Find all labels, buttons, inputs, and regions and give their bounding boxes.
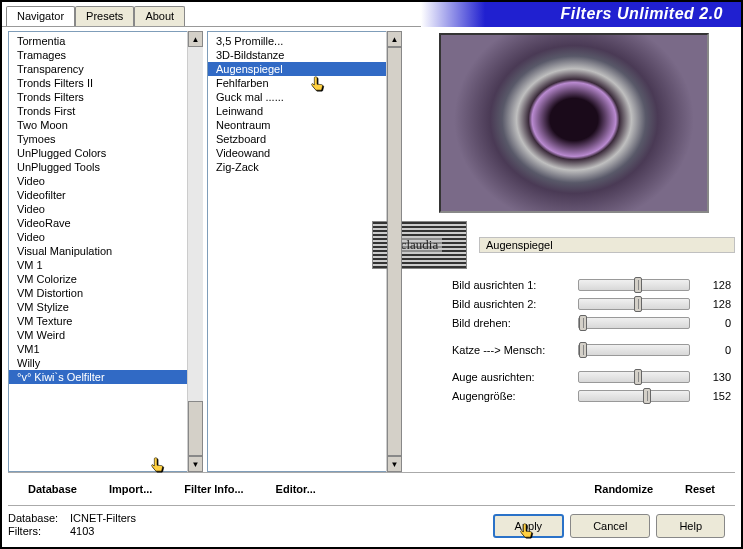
list-item[interactable]: 3D-Bildstanze [208,48,386,62]
list-item[interactable]: Tronds First [9,104,187,118]
param-slider[interactable] [578,371,690,383]
param-slider[interactable] [578,298,690,310]
scroll-thumb[interactable] [387,47,402,456]
database-label: Database: [8,512,70,524]
param-row: Bild ausrichten 2:128 [412,294,735,313]
reset-button[interactable]: Reset [669,479,731,499]
list-item[interactable]: Transparency [9,62,187,76]
randomize-button[interactable]: Randomize [578,479,669,499]
param-row: Augengröße:152 [412,386,735,405]
slider-thumb[interactable] [579,342,587,358]
list-item[interactable]: VM Colorize [9,272,187,286]
scroll-down-button[interactable]: ▼ [387,456,402,472]
list-item[interactable]: Leinwand [208,104,386,118]
help-button[interactable]: Help [656,514,725,538]
list-item[interactable]: °v° Kiwi`s Oelfilter [9,370,187,384]
list-item[interactable]: Tormentia [9,34,187,48]
scroll-track[interactable] [188,47,203,456]
tab-navigator[interactable]: Navigator [6,6,75,26]
editor-button[interactable]: Editor... [260,479,332,499]
param-label: Bild drehen: [452,317,572,329]
list-item[interactable]: VM Weird [9,328,187,342]
status-bar: Database:ICNET-Filters Filters:4103 Appl… [2,506,741,538]
param-value: 128 [696,298,731,310]
scroll-up-button[interactable]: ▲ [188,31,203,47]
tab-presets[interactable]: Presets [75,6,134,26]
list-item[interactable]: VM 1 [9,258,187,272]
list-item[interactable]: Tymoes [9,132,187,146]
scroll-track[interactable] [387,47,402,456]
list-item[interactable]: Video [9,174,187,188]
import-button[interactable]: Import... [93,479,168,499]
param-value: 0 [696,317,731,329]
param-value: 128 [696,279,731,291]
list-item[interactable]: Augenspiegel [208,62,386,76]
list-item[interactable]: Tronds Filters II [9,76,187,90]
slider-thumb[interactable] [634,296,642,312]
scroll-up-button[interactable]: ▲ [387,31,402,47]
list-item[interactable]: Tronds Filters [9,90,187,104]
main-area: TormentiaTramagesTransparencyTronds Filt… [2,27,741,472]
param-row: Katze ---> Mensch:0 [412,340,735,359]
list-item[interactable]: Setzboard [208,132,386,146]
list-item[interactable]: Tramages [9,48,187,62]
param-slider[interactable] [578,344,690,356]
app-title: Filters Unlimited 2.0 [421,2,741,27]
cancel-button[interactable]: Cancel [570,514,650,538]
slider-thumb[interactable] [579,315,587,331]
list-item[interactable]: Guck mal ...... [208,90,386,104]
list-item[interactable]: VM1 [9,342,187,356]
param-label: Bild ausrichten 1: [452,279,572,291]
parameter-group-3: Auge ausrichten:130Augengröße:152 [412,367,735,405]
filter-scrollbar[interactable]: ▲ ▼ [386,31,402,472]
param-value: 152 [696,390,731,402]
database-button[interactable]: Database [12,479,93,499]
apply-button[interactable]: Apply [493,514,565,538]
list-item[interactable]: Video [9,230,187,244]
list-item[interactable]: Videowand [208,146,386,160]
action-buttons: Apply Cancel Help [493,510,735,538]
list-item[interactable]: UnPlugged Colors [9,146,187,160]
filter-info-button[interactable]: Filter Info... [168,479,259,499]
category-list-container: TormentiaTramagesTransparencyTronds Filt… [8,31,203,472]
scroll-down-button[interactable]: ▼ [188,456,203,472]
list-item[interactable]: Visual Manipulation [9,244,187,258]
category-list[interactable]: TormentiaTramagesTransparencyTronds Filt… [8,31,187,472]
filter-list[interactable]: 3,5 Promille...3D-BildstanzeAugenspiegel… [207,31,386,472]
parameter-group-1: Bild ausrichten 1:128Bild ausrichten 2:1… [412,275,735,332]
preview-box [439,33,709,213]
preview-image [441,35,707,211]
list-item[interactable]: VM Distortion [9,286,187,300]
header-bar: Navigator Presets About Filters Unlimite… [2,2,741,27]
list-item[interactable]: Videofilter [9,188,187,202]
param-slider[interactable] [578,279,690,291]
slider-thumb[interactable] [643,388,651,404]
slider-thumb[interactable] [634,369,642,385]
scroll-thumb[interactable] [188,401,203,456]
param-row: Auge ausrichten:130 [412,367,735,386]
status-info: Database:ICNET-Filters Filters:4103 [8,512,136,537]
database-value: ICNET-Filters [70,512,136,524]
list-item[interactable]: Two Moon [9,118,187,132]
list-item[interactable]: Willy [9,356,187,370]
param-row: Bild drehen:0 [412,313,735,332]
list-item[interactable]: Neontraum [208,118,386,132]
param-label: Auge ausrichten: [452,371,572,383]
list-item[interactable]: UnPlugged Tools [9,160,187,174]
param-label: Augengröße: [452,390,572,402]
list-item[interactable]: VM Stylize [9,300,187,314]
parameter-group-2: Katze ---> Mensch:0 [412,340,735,359]
list-item[interactable]: 3,5 Promille... [208,34,386,48]
tab-strip: Navigator Presets About [6,6,185,26]
list-item[interactable]: VideoRave [9,216,187,230]
tab-about[interactable]: About [134,6,185,26]
param-slider[interactable] [578,390,690,402]
category-scrollbar[interactable]: ▲ ▼ [187,31,203,472]
param-label: Bild ausrichten 2: [452,298,572,310]
list-item[interactable]: Fehlfarben [208,76,386,90]
list-item[interactable]: Video [9,202,187,216]
list-item[interactable]: Zig-Zack [208,160,386,174]
param-slider[interactable] [578,317,690,329]
slider-thumb[interactable] [634,277,642,293]
list-item[interactable]: VM Texture [9,314,187,328]
